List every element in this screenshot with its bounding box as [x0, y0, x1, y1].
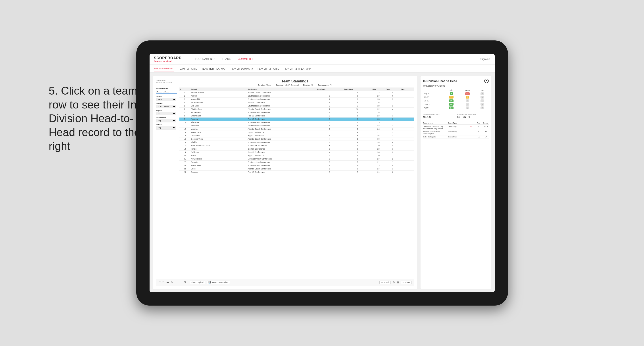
table-row[interactable]: 19 California Pac-12 Conference 4 8 24 2	[180, 151, 414, 154]
sub-nav-player-h2h-heatmap[interactable]: PLAYER H2H HEATMAP	[284, 66, 311, 72]
cell-reg-rank: 6	[316, 124, 343, 128]
watch-btn[interactable]: 👁 Watch	[380, 281, 391, 284]
cell-conf-rank: 8	[343, 138, 372, 141]
layout-icon[interactable]: ⊞	[397, 281, 399, 284]
save-custom-btn[interactable]: 💾 Save Custom View	[207, 281, 230, 284]
table-row[interactable]: 8 Washington Pac-12 Conference 2 8 23 1	[180, 114, 414, 118]
cell-win	[400, 131, 414, 134]
table-row[interactable]: 7 Tennessee Southeastern Conference 4 6 …	[180, 111, 414, 114]
sub-nav-team-h2h-heatmap[interactable]: TEAM H2H HEATMAP	[202, 66, 226, 72]
cell-conference: Pac-12 Conference	[247, 171, 316, 174]
table-row[interactable]: 14 Oklahoma Big 12 Conference 6 8 26 2	[180, 134, 414, 138]
view-original-btn[interactable]: View: Original	[190, 281, 205, 284]
table-row[interactable]: 2 Auburn Southeastern Conference 1 9 27 …	[180, 94, 414, 98]
nav-tournaments[interactable]: TOURNAMENTS	[195, 56, 215, 62]
cell-rank: 10	[180, 121, 190, 124]
tournament-row-3[interactable]: Cabo Collegiate Stroke Play 11 17	[423, 136, 489, 139]
division-meta: Division: NCAA Division I	[276, 84, 299, 86]
cell-rank: 11	[180, 124, 190, 128]
cell-rank: 23	[180, 164, 190, 167]
min-rounds-max[interactable]	[163, 90, 169, 93]
sub-nav-team-summary[interactable]: TEAM SUMMARY	[154, 65, 174, 72]
cell-conference: Southeastern Conference	[247, 161, 316, 164]
h2h-win-51100: 20	[443, 103, 459, 106]
table-row[interactable]: 24 Duke Atlantic Coast Conference 5 9 27…	[180, 167, 414, 171]
share-btn[interactable]: ↗ Share	[401, 281, 412, 284]
cell-rds: 23	[372, 147, 386, 151]
division-filter-select[interactable]: NCAA Division I	[156, 105, 176, 108]
table-row[interactable]: 23 Texas A&M Southeastern Conference 9 1…	[180, 164, 414, 167]
h2h-col-loss: Loss	[459, 89, 476, 92]
minus-icon[interactable]: －	[179, 280, 182, 284]
table-row[interactable]: 13 Texas Tech Big 12 Conference 1 9 27 2	[180, 131, 414, 134]
tournament-row-2[interactable]: Arizona Thunderbirds Intercollegiate Str…	[423, 130, 489, 136]
cell-conf-rank: 8	[343, 128, 372, 131]
cell-rank: 17	[180, 144, 190, 147]
cell-rds: 27	[372, 94, 386, 98]
gender-filter-select[interactable]: Men's	[156, 98, 176, 101]
settings-icon[interactable]: ⚙	[392, 281, 395, 284]
h2h-opponents-group: Opponents in division: 99.1%	[423, 113, 455, 119]
clock-icon[interactable]: ⏱	[184, 281, 186, 284]
panel-title: Team Standings	[176, 79, 414, 83]
table-row[interactable]: 12 Virginia Atlantic Coast Conference 3 …	[180, 128, 414, 131]
cell-rds: 26	[372, 101, 386, 104]
copy-icon[interactable]: ⧉	[171, 281, 173, 284]
add-icon[interactable]: ＋	[174, 280, 177, 284]
table-row[interactable]: 10 Alabama Southeastern Conference 5 8 2…	[180, 121, 414, 124]
nav-committee[interactable]: COMMITTEE	[238, 56, 254, 62]
table-row[interactable]: 22 Georgia Southeastern Conference 8 7 2…	[180, 161, 414, 164]
table-row[interactable]: 16 Florida Southeastern Conference 7 9 2…	[180, 141, 414, 144]
table-row[interactable]: 15 Georgia Tech Atlantic Coast Conferenc…	[180, 138, 414, 141]
cell-school: Texas Tech	[190, 131, 247, 134]
min-rounds-min[interactable]	[156, 90, 162, 93]
sign-out-link[interactable]: Sign out	[480, 58, 490, 61]
col-score: Score	[483, 122, 489, 124]
table-row[interactable]: 6 Florida State Atlantic Coast Conferenc…	[180, 108, 414, 111]
table-row[interactable]: 18 Illinois Big Ten Conference 1 9 23 3	[180, 147, 414, 151]
cell-conf-rank: 9	[343, 147, 372, 151]
h2h-range-label: 26-50	[423, 99, 444, 103]
h2h-header: In Division Head-to-Head ✕	[423, 79, 489, 83]
cell-tour: 2	[386, 134, 400, 138]
table-row[interactable]: 20 Texas Big 12 Conference 3 7 20 2	[180, 154, 414, 157]
table-row[interactable]: 9 Arizona Pac-12 Conference 9 8 23 3	[180, 118, 414, 121]
table-row[interactable]: 11 Arkansas Southeastern Conference 6 8 …	[180, 124, 414, 128]
redo-icon[interactable]: ↻	[162, 281, 164, 284]
cell-win	[400, 157, 414, 161]
undo-icon[interactable]: ↺	[158, 281, 160, 284]
h2h-row-51100[interactable]: 51-100 20 3 0	[423, 103, 489, 106]
cell-tour: 3	[386, 147, 400, 151]
h2h-row-1125[interactable]: 11-25 11 8 0	[423, 95, 489, 99]
h2h-row-100plus[interactable]: >100 27 0 0	[423, 106, 489, 110]
cell-rds: 23	[372, 98, 386, 101]
tournament-row-1[interactable]: Jackson T. Stephens Cup Men's Match-Play…	[423, 125, 489, 130]
cell-tour: 6	[386, 94, 400, 98]
table-row[interactable]: 21 New Mexico Mountain West Conference 1…	[180, 157, 414, 161]
table-row[interactable]: 1 North Carolina Atlantic Coast Conferen…	[180, 91, 414, 94]
cell-school: New Mexico	[190, 157, 247, 161]
nav-teams[interactable]: TEAMS	[222, 56, 231, 62]
table-row[interactable]: 17 East Tennessee State Southern Confere…	[180, 144, 414, 147]
step-back-icon[interactable]: ⏮	[166, 281, 169, 284]
cell-conference: Atlantic Coast Conference	[247, 128, 316, 131]
table-row[interactable]: 3 Vanderbilt Southeastern Conference 2 8…	[180, 98, 414, 101]
cell-conference: Southeastern Conference	[247, 141, 316, 144]
conference-filter-select[interactable]: (All)	[156, 119, 176, 122]
cell-reg-rank: 7	[316, 141, 343, 144]
h2h-row-2650[interactable]: 26-50 25 2 1	[423, 99, 489, 103]
school-filter-select[interactable]: (All)	[156, 126, 176, 130]
sub-nav-team-h2h-grid[interactable]: TEAM H2H GRID	[178, 66, 197, 72]
cell-reg-rank: 1	[316, 91, 343, 94]
save-custom-label: Save Custom View	[212, 281, 228, 284]
h2h-close-btn[interactable]: ✕	[484, 79, 489, 83]
col-pos: Pos	[476, 122, 482, 124]
table-row[interactable]: 5 Ole Miss Southeastern Conference 3 6 1…	[180, 104, 414, 108]
sub-nav-player-h2h-grid[interactable]: PLAYER H2H GRID	[258, 66, 279, 72]
sub-nav-player-summary[interactable]: PLAYER SUMMARY	[230, 66, 253, 72]
region-filter-select[interactable]: N/A	[156, 112, 176, 115]
cell-rds: 23	[372, 121, 386, 124]
h2h-row-top10[interactable]: Top 10 3 13 0	[423, 92, 489, 95]
table-row[interactable]: 4 Arizona State Pac-12 Conference 4 6 26…	[180, 101, 414, 104]
table-row[interactable]: 25 Oregon Pac-12 Conference 5 7 21 0	[180, 171, 414, 174]
